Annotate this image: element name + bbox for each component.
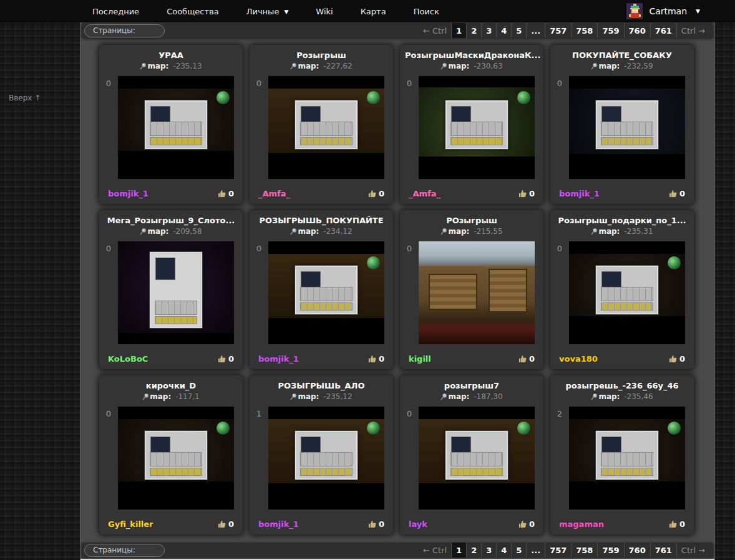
pager-page-760[interactable]: 760	[624, 23, 650, 38]
screenshot-title[interactable]: РОЗЫГРЫШЬ_ПОКУПАЙТЕ	[250, 216, 393, 226]
screenshot-card[interactable]: Мега_Розыгрыш_9_Слото... map: -209,58 0	[99, 210, 243, 369]
likes-block[interactable]: 0	[669, 189, 685, 198]
map-link[interactable]: map: -235,13	[99, 61, 243, 72]
screenshot-card[interactable]: розыгрыш7 map: -187,30 0	[400, 375, 543, 534]
author-link[interactable]: bomjik_1	[258, 519, 299, 529]
author-link[interactable]: vova180	[559, 354, 598, 364]
map-link[interactable]: map: -235,46	[550, 392, 694, 403]
screenshot-image[interactable]	[118, 241, 234, 344]
pager-page-3[interactable]: 3	[481, 543, 496, 558]
nav-item-search[interactable]: Поиск	[414, 7, 439, 16]
screenshot-image[interactable]	[419, 407, 535, 509]
screenshot-title[interactable]: УРАА	[99, 51, 243, 60]
map-link[interactable]: map: -235,12	[250, 392, 393, 403]
user-menu[interactable]: Cartman ▼	[626, 3, 735, 19]
map-link[interactable]: map: -209,58	[99, 226, 243, 238]
pager-page-3[interactable]: 3	[481, 23, 496, 38]
screenshot-title[interactable]: кирочки_D	[99, 381, 243, 391]
pager-page-4[interactable]: 4	[496, 543, 511, 558]
nav-item-communities[interactable]: Сообщества	[167, 7, 219, 16]
screenshot-card[interactable]: РОзыгрыш map: -215,55 0	[400, 210, 543, 369]
screenshot-title[interactable]: розыгрешь_-236_66y_46	[550, 381, 694, 391]
screenshot-title[interactable]: Мега_Розыгрыш_9_Слото...	[99, 216, 243, 226]
screenshot-image[interactable]	[569, 76, 685, 179]
pager-page-759[interactable]: 759	[597, 23, 623, 38]
likes-block[interactable]: 0	[669, 519, 685, 529]
screenshot-image[interactable]	[419, 241, 535, 344]
pager-page-761[interactable]: 761	[650, 23, 676, 38]
pager-page-757[interactable]: 757	[545, 543, 571, 558]
likes-block[interactable]: 0	[518, 519, 535, 529]
screenshot-image[interactable]	[419, 76, 535, 179]
likes-block[interactable]: 0	[368, 189, 384, 198]
screenshot-image[interactable]	[118, 76, 234, 179]
screenshot-image[interactable]	[268, 241, 384, 344]
author-link[interactable]: KoLoBoC	[108, 354, 148, 364]
likes-block[interactable]: 0	[368, 519, 384, 529]
back-to-top-link[interactable]: Вверх ↑	[9, 94, 41, 102]
map-link[interactable]: map: -215,55	[400, 226, 543, 238]
map-link[interactable]: map: -117,1	[99, 392, 243, 403]
author-link[interactable]: magaman	[559, 519, 604, 529]
pager-page-5[interactable]: 5	[511, 543, 526, 558]
screenshot-title[interactable]: ПОКУПАЙТЕ_СОБАКУ	[550, 51, 694, 60]
map-link[interactable]: map: -230,63	[400, 61, 543, 72]
author-link[interactable]: kigill	[409, 354, 431, 364]
pager-page-758[interactable]: 758	[571, 23, 597, 38]
map-link[interactable]: map: -234,12	[250, 226, 393, 238]
likes-block[interactable]: 0	[669, 354, 685, 364]
likes-block[interactable]: 0	[518, 354, 535, 364]
screenshot-title[interactable]: РОЗЫГРЫШЬ_АЛО	[250, 381, 393, 391]
screenshot-card[interactable]: розыгрешь_-236_66y_46 map: -235,46 2	[550, 375, 694, 534]
map-link[interactable]: map: -235,31	[550, 226, 694, 238]
author-link[interactable]: Gyfi_killer	[108, 519, 153, 529]
author-link[interactable]: bomjik_1	[559, 189, 600, 198]
author-link[interactable]: _Amfa_	[258, 189, 290, 198]
screenshot-card[interactable]: РОЗЫГРЫШЬ_АЛО map: -235,12 1	[250, 375, 393, 534]
likes-block[interactable]: 0	[518, 189, 535, 198]
pager-page-2[interactable]: 2	[466, 543, 481, 558]
author-link[interactable]: _Amfa_	[409, 189, 441, 198]
screenshot-card[interactable]: Розыгрыш map: -227,62 0	[250, 45, 393, 204]
pager-page-761[interactable]: 761	[650, 543, 676, 558]
likes-block[interactable]: 0	[218, 354, 234, 364]
nav-item-personal[interactable]: Личные▼	[246, 7, 289, 16]
map-link[interactable]: map: -187,30	[400, 392, 543, 403]
screenshot-image[interactable]	[118, 407, 234, 509]
screenshot-image[interactable]	[268, 407, 384, 509]
screenshot-card[interactable]: ПОКУПАЙТЕ_СОБАКУ map: -232,59 0	[550, 45, 694, 204]
likes-block[interactable]: 0	[218, 519, 234, 529]
pager-page-760[interactable]: 760	[624, 543, 650, 558]
screenshot-card[interactable]: кирочки_D map: -117,1 0	[99, 375, 243, 534]
username[interactable]: Cartman	[649, 6, 687, 16]
author-link[interactable]: bomjik_1	[108, 189, 148, 198]
nav-item-latest[interactable]: Последние	[92, 7, 139, 16]
nav-item-map[interactable]: Карта	[361, 7, 386, 16]
screenshot-image[interactable]	[569, 241, 685, 344]
pager-page-2[interactable]: 2	[466, 23, 481, 38]
screenshot-card[interactable]: УРАА map: -235,13 0	[99, 45, 243, 204]
screenshot-image[interactable]	[268, 76, 384, 179]
screenshot-card[interactable]: РозыгрышМаскиДраконаК... map: -230,63 0	[400, 45, 543, 204]
screenshot-title[interactable]: Розыгрыш_подарки_по_1...	[550, 216, 694, 226]
pager-page-759[interactable]: 759	[597, 543, 623, 558]
pager-page-1[interactable]: 1	[451, 23, 466, 38]
map-link[interactable]: map: -232,59	[550, 61, 694, 72]
author-link[interactable]: bomjik_1	[258, 354, 299, 364]
pager-page-757[interactable]: 757	[545, 23, 571, 38]
screenshot-image[interactable]	[569, 407, 685, 509]
pager-page-4[interactable]: 4	[496, 23, 511, 38]
likes-block[interactable]: 0	[218, 189, 234, 198]
screenshot-title[interactable]: Розыгрыш	[250, 51, 393, 60]
screenshot-card[interactable]: Розыгрыш_подарки_по_1... map: -235,31 0	[550, 210, 694, 369]
nav-item-wiki[interactable]: Wiki	[316, 7, 333, 16]
author-link[interactable]: layk	[409, 519, 427, 529]
map-link[interactable]: map: -227,62	[250, 61, 393, 72]
pager-page-5[interactable]: 5	[511, 23, 526, 38]
screenshot-title[interactable]: РозыгрышМаскиДраконаК...	[400, 51, 543, 60]
pager-page-758[interactable]: 758	[571, 543, 597, 558]
likes-block[interactable]: 0	[368, 354, 384, 364]
pager-page-1[interactable]: 1	[451, 543, 466, 558]
screenshot-card[interactable]: РОЗЫГРЫШЬ_ПОКУПАЙТЕ map: -234,12 0	[250, 210, 393, 369]
screenshot-title[interactable]: розыгрыш7	[400, 381, 543, 391]
